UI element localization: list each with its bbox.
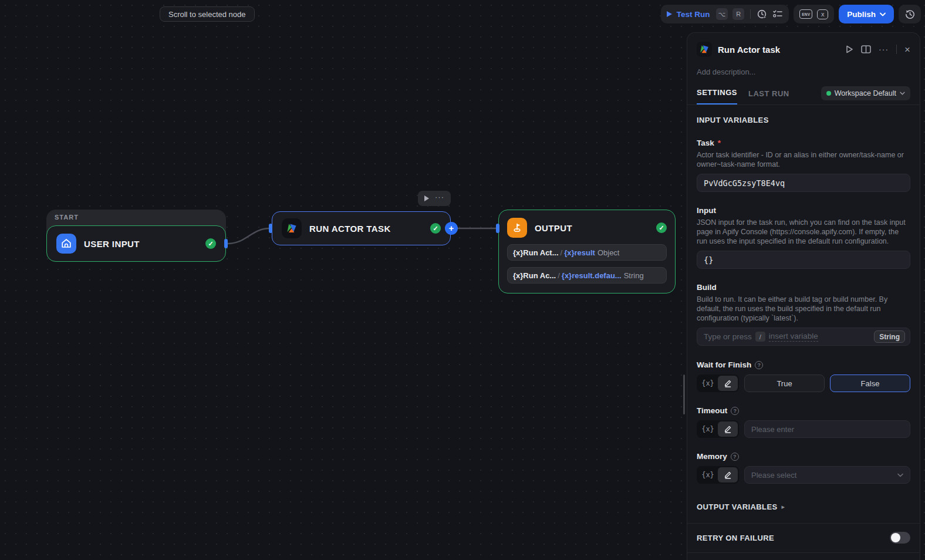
scheduled-run-icon[interactable] — [757, 9, 768, 20]
task-list-icon[interactable] — [772, 9, 783, 19]
panel-scrollbar[interactable] — [683, 375, 685, 414]
retry-on-failure-heading: RETRY ON FAILURE — [697, 534, 774, 542]
chevron-down-icon — [900, 92, 905, 95]
task-field-description: Actor task identifier - ID or an alias i… — [697, 150, 910, 169]
apify-logo-icon — [697, 42, 712, 57]
value-mode-toggle[interactable]: {x} — [697, 420, 739, 438]
help-icon[interactable]: ? — [731, 407, 739, 415]
start-group-label: START — [46, 210, 226, 221]
description-placeholder[interactable]: Add description... — [687, 57, 920, 76]
build-input[interactable]: Type or press / insert variable String — [697, 328, 910, 346]
task-field-label: Task * — [697, 139, 910, 147]
close-icon[interactable]: × — [904, 45, 910, 55]
user-input-node-title: USER INPUT — [84, 239, 198, 249]
build-type-badge: String — [874, 330, 905, 343]
finish-flag-icon — [507, 218, 527, 238]
memory-text: Memory — [697, 452, 727, 461]
variable-mode-icon[interactable]: {x} — [698, 471, 718, 479]
output-variable-row[interactable]: {x}Run Ac... / {x}result.defau... String — [507, 267, 667, 284]
output-variables-section[interactable]: OUTPUT VARIABLES ▸ — [697, 502, 910, 523]
input-field-description: JSON input for the task run, which you c… — [697, 218, 910, 246]
user-input-output-port[interactable] — [224, 239, 228, 248]
test-run-label[interactable]: Test Run — [677, 10, 710, 19]
toolbar-divider — [750, 9, 751, 19]
memory-select[interactable]: Please select — [744, 466, 910, 484]
variable-type: Object — [597, 248, 620, 257]
chevron-down-icon — [880, 12, 886, 16]
apify-logo-icon — [282, 218, 302, 238]
output-input-port[interactable] — [496, 224, 499, 233]
wait-true-button[interactable]: True — [744, 375, 825, 392]
literal-mode-icon[interactable] — [718, 421, 738, 437]
test-run-group[interactable]: Test Run ⌥ R — [661, 5, 789, 23]
retry-on-failure-toggle[interactable] — [890, 532, 910, 544]
literal-mode-icon[interactable] — [718, 376, 738, 391]
header-divider — [896, 45, 897, 54]
required-asterisk: * — [718, 139, 721, 147]
environment-group: ENV x — [794, 5, 834, 23]
variable-mode-icon[interactable]: {x} — [698, 425, 718, 433]
panel-title: Run Actor task — [718, 45, 840, 55]
input-field-label: Input — [697, 206, 910, 215]
version-history-icon[interactable] — [904, 9, 916, 20]
publish-button[interactable]: Publish — [839, 5, 894, 23]
task-input[interactable] — [697, 174, 910, 192]
slash-key-icon: / — [755, 332, 765, 342]
memory-placeholder: Please select — [751, 471, 796, 480]
toggle-knob — [891, 533, 900, 542]
test-run-play-icon[interactable] — [667, 11, 672, 17]
json-input[interactable] — [697, 251, 910, 269]
success-check-icon: ✓ — [430, 223, 441, 234]
node-more-icon[interactable]: ··· — [435, 197, 444, 200]
run-node-icon[interactable] — [846, 45, 853, 53]
insert-variable-link[interactable]: insert variable — [769, 332, 818, 342]
run-actor-input-port[interactable] — [269, 224, 272, 233]
env-variables-icon[interactable]: ENV — [799, 9, 812, 19]
build-placeholder-pre: Type or press — [704, 332, 752, 341]
help-icon[interactable]: ? — [731, 453, 739, 461]
build-field-description: Build to run. It can be either a build t… — [697, 295, 910, 323]
tab-last-run[interactable]: LAST RUN — [748, 89, 789, 104]
node-settings-panel: Run Actor task ··· × Add description... … — [687, 32, 920, 560]
shortcut-r-key: R — [732, 8, 744, 20]
workspace-selector[interactable]: Workspace Default — [821, 86, 910, 100]
variable-mode-icon[interactable]: {x} — [698, 379, 718, 387]
history-group — [899, 5, 921, 23]
task-label-text: Task — [697, 139, 714, 147]
output-variables-heading: OUTPUT VARIABLES — [697, 502, 778, 511]
input-label-text: Input — [697, 206, 716, 215]
add-next-node-button[interactable]: + — [445, 222, 458, 235]
build-label-text: Build — [697, 283, 717, 292]
node-user-input[interactable]: USER INPUT ✓ — [46, 225, 226, 262]
success-check-icon: ✓ — [205, 238, 216, 249]
output-variable-row[interactable]: {x}Run Act... / {x}result Object — [507, 244, 667, 261]
wait-false-button[interactable]: False — [830, 375, 910, 392]
success-check-icon: ✓ — [656, 222, 667, 233]
literal-mode-icon[interactable] — [718, 467, 738, 483]
node-hover-toolbar: ··· — [418, 191, 451, 206]
docs-book-icon[interactable] — [861, 45, 871, 53]
scroll-to-selected-node-button[interactable]: Scroll to selected node — [160, 6, 255, 22]
timeout-text: Timeout — [697, 406, 727, 415]
variable-type: String — [624, 271, 644, 280]
tabs-divider — [687, 104, 920, 105]
help-icon[interactable]: ? — [755, 361, 763, 369]
publish-label: Publish — [847, 10, 876, 19]
value-mode-toggle[interactable]: {x} — [697, 466, 739, 484]
collapsed-arrow-icon: ▸ — [782, 503, 785, 511]
run-actor-node-title: RUN ACTOR TASK — [309, 224, 423, 234]
chevron-down-icon — [897, 473, 903, 477]
node-run-actor-task[interactable]: RUN ACTOR TASK ✓ — [272, 211, 451, 245]
global-variables-icon[interactable]: x — [817, 9, 828, 19]
node-output[interactable]: OUTPUT ✓ {x}Run Act... / {x}result Objec… — [498, 210, 676, 294]
variable-separator: / — [561, 248, 563, 257]
value-mode-toggle[interactable]: {x} — [697, 375, 739, 392]
node-play-icon[interactable] — [424, 195, 429, 201]
workspace-label: Workspace Default — [835, 89, 896, 97]
input-variables-heading: INPUT VARIABLES — [697, 116, 910, 124]
wait-for-finish-text: Wait for Finish — [697, 360, 751, 369]
variable-path: {x}result — [564, 248, 595, 257]
timeout-input[interactable] — [744, 420, 910, 438]
more-options-icon[interactable]: ··· — [879, 45, 889, 54]
tab-settings[interactable]: SETTINGS — [697, 88, 737, 104]
